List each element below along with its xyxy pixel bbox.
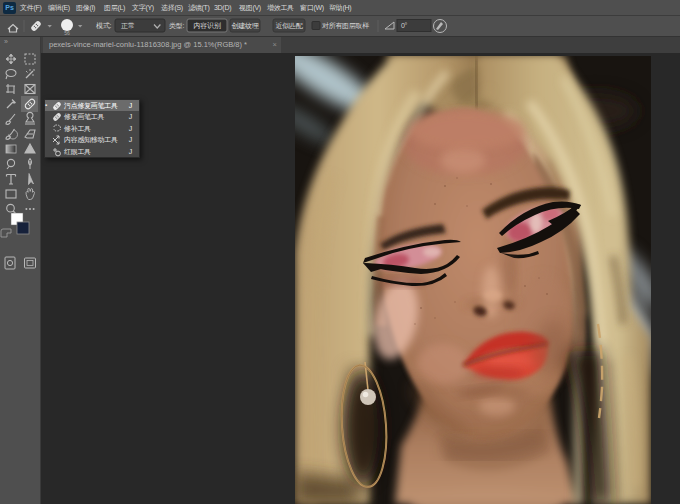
svg-text:56: 56 (64, 30, 70, 36)
svg-text:»: » (4, 38, 8, 45)
